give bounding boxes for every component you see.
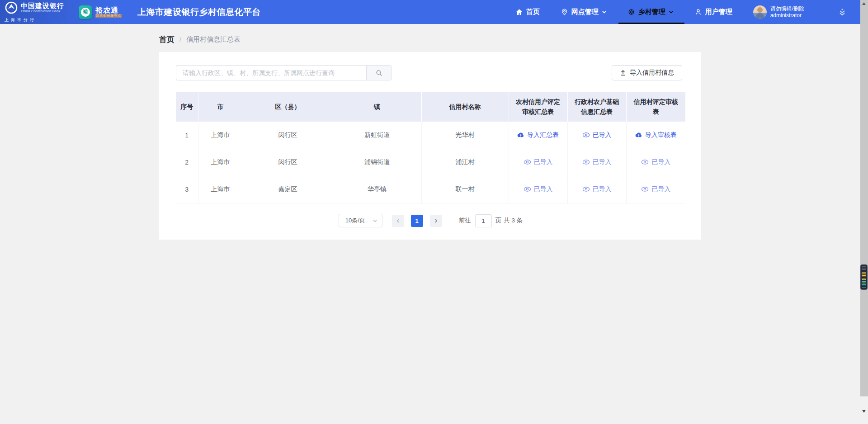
import-summary-link[interactable]: 导入汇总表: [517, 131, 559, 139]
col-header-village: 信用村名称: [421, 92, 509, 122]
view-imported-link[interactable]: 已导入: [524, 158, 553, 166]
prev-page-button[interactable]: [392, 215, 404, 227]
breadcrumb-home[interactable]: 首页: [159, 34, 175, 45]
cloud-upload-icon: [635, 132, 642, 138]
minimap-stripes-dark: [862, 266, 866, 272]
breadcrumb-separator: /: [179, 36, 181, 43]
next-page-button[interactable]: [430, 215, 442, 227]
total-count-text: 共 3 条: [504, 217, 523, 225]
current-page-button[interactable]: 1: [411, 215, 423, 227]
ccb-logo-block: 中国建设银行 China Construction Bank 上海市分行: [5, 1, 72, 23]
goto-page-label: 前往: [459, 217, 471, 225]
chevron-down-icon: [373, 218, 377, 223]
user-icon: [694, 8, 702, 16]
search-input[interactable]: [176, 65, 366, 80]
scrollbar-up-arrow-icon[interactable]: [862, 2, 866, 5]
breadcrumb-current: 信用村信息汇总表: [186, 35, 241, 44]
scrollbar-thumb[interactable]: [860, 0, 868, 396]
pagination: 10条/页 1 前往 页 共 3 条: [176, 214, 685, 227]
eye-icon: [641, 186, 649, 192]
main-nav: 首页 网点管理 乡村管理: [515, 0, 860, 24]
table-row: 3 上海市 嘉定区 华亭镇 联一村 已导入: [176, 176, 685, 203]
search-icon: [376, 70, 382, 76]
scrollbar-down-arrow-icon[interactable]: [862, 410, 866, 413]
search-button[interactable]: [366, 65, 392, 80]
view-imported-link[interactable]: 已导入: [641, 185, 670, 193]
nav-item-village-management[interactable]: 乡村管理: [627, 0, 674, 24]
village-icon: [627, 8, 635, 16]
view-imported-link[interactable]: 已导入: [582, 158, 612, 166]
col-header-town: 镇: [333, 92, 421, 122]
active-nav-underline: [618, 23, 684, 24]
user-name: administrator: [770, 12, 804, 19]
page-size-select[interactable]: 10条/页: [339, 214, 382, 227]
eye-icon: [582, 186, 590, 192]
eye-icon: [582, 159, 590, 165]
scroll-minimap-widget[interactable]: [860, 264, 868, 290]
collapse-double-chevron-icon[interactable]: [838, 8, 847, 17]
nav-item-branch-management[interactable]: 网点管理: [561, 0, 607, 24]
cloud-upload-icon: [517, 132, 524, 138]
app-tagline: 普惠金融服务点: [95, 14, 122, 18]
bank-branch: 上海市分行: [5, 16, 72, 23]
brand-area: 中国建设银行 China Construction Bank 上海市分行 裕 裕…: [0, 1, 261, 23]
breadcrumb: 首页 / 信用村信息汇总表: [159, 34, 241, 45]
page-scrollbar[interactable]: [860, 0, 868, 424]
yunongtong-logo-block: 裕 裕农通 普惠金融服务点: [79, 5, 122, 19]
upload-icon: [620, 70, 626, 76]
view-imported-link[interactable]: 已导入: [641, 158, 670, 166]
col-header-review-form: 信用村评定审核表: [626, 92, 685, 122]
table-header-row: 序号 市 区（县） 镇 信用村名称 农村信用户评定审核汇总表 行政村农户基础信息…: [176, 92, 685, 122]
col-header-credit-user-summary: 农村信用户评定审核汇总表: [509, 92, 567, 122]
chevron-right-icon: [434, 218, 439, 223]
chevron-down-icon: [602, 9, 607, 14]
search-group: [176, 65, 392, 80]
import-credit-village-button[interactable]: 导入信用村信息: [612, 65, 682, 80]
user-note: 请勿编辑/删除: [770, 5, 804, 12]
view-imported-link[interactable]: 已导入: [582, 131, 612, 139]
view-imported-link[interactable]: 已导入: [524, 185, 553, 193]
goto-page-suffix: 页: [495, 217, 502, 225]
table-row: 2 上海市 闵行区 浦锦街道 浦江村 已导入: [176, 149, 685, 176]
app-header: 中国建设银行 China Construction Bank 上海市分行 裕 裕…: [0, 0, 860, 24]
nav-item-home[interactable]: 首页: [515, 0, 540, 24]
content-card: 导入信用村信息 序号 市 区（县） 镇 信用村名称 农村信用户评定审核汇总表 行…: [159, 52, 701, 240]
view-imported-link[interactable]: 已导入: [582, 185, 612, 193]
home-icon: [515, 8, 523, 16]
ccb-logo-icon: [5, 1, 18, 14]
minimap-stripes-green: [862, 280, 866, 288]
user-menu[interactable]: 请勿编辑/删除 administrator: [753, 5, 804, 19]
credit-village-table: 序号 市 区（县） 镇 信用村名称 农村信用户评定审核汇总表 行政村农户基础信息…: [176, 92, 685, 203]
chevron-left-icon: [396, 218, 401, 223]
eye-icon: [524, 186, 531, 192]
bank-name-cn: 中国建设银行: [21, 2, 64, 9]
col-header-index: 序号: [176, 92, 198, 122]
brand-divider: [130, 6, 130, 19]
eye-icon: [641, 159, 649, 165]
user-avatar: [753, 5, 767, 19]
nav-item-user-management[interactable]: 用户管理: [694, 0, 732, 24]
import-review-link[interactable]: 导入审核表: [635, 131, 677, 139]
bank-name-en: China Construction Bank: [21, 9, 64, 13]
eye-icon: [524, 159, 531, 165]
yunongtong-app-icon: 裕: [79, 5, 92, 19]
col-header-district: 区（县）: [243, 92, 333, 122]
chevron-down-icon: [669, 9, 674, 14]
eye-icon: [582, 132, 590, 138]
col-header-city: 市: [198, 92, 243, 122]
goto-page-input[interactable]: [475, 214, 492, 227]
minimap-stripes-yellow: [862, 272, 866, 280]
table-row: 1 上海市 闵行区 新虹街道 光华村 导入汇总表: [176, 122, 685, 149]
location-pin-icon: [561, 8, 568, 16]
app-name: 裕农通: [95, 6, 122, 14]
col-header-household-info: 行政村农户基础信息汇总表: [567, 92, 626, 122]
platform-title: 上海市建设银行乡村信息化平台: [137, 6, 261, 18]
